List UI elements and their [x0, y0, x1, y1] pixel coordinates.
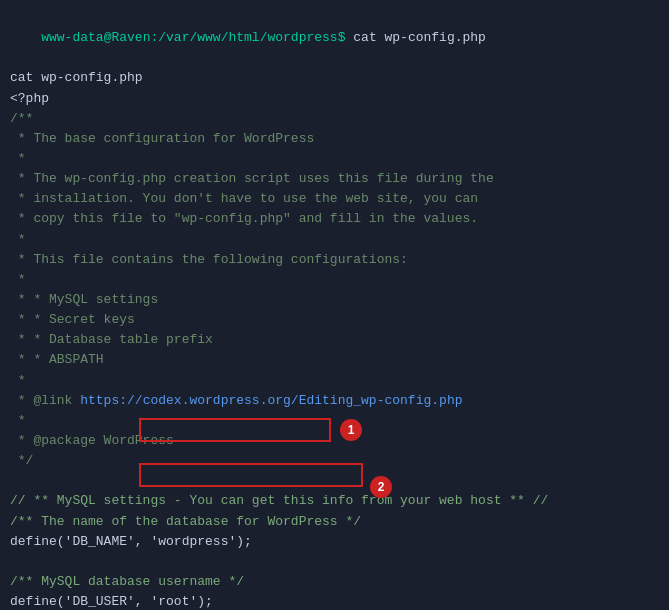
line-dbuser: define('DB_USER', 'root');	[10, 592, 659, 610]
line-c9: *	[10, 270, 659, 290]
line-c5: * installation. You don't have to use th…	[10, 189, 659, 209]
line-c13: * * ABSPATH	[10, 350, 659, 370]
badge-1: 1	[340, 419, 362, 441]
line-c7: *	[10, 230, 659, 250]
line-sc2: /** The name of the database for WordPre…	[10, 512, 659, 532]
terminal-window: www-data@Raven:/var/www/html/wordpress$ …	[0, 0, 669, 610]
line-empty1	[10, 471, 659, 491]
line-c16: *	[10, 411, 659, 431]
line-c10: * * MySQL settings	[10, 290, 659, 310]
badge-2: 2	[370, 476, 392, 498]
line-c11: * * Secret keys	[10, 310, 659, 330]
line-sc3: /** MySQL database username */	[10, 572, 659, 592]
command-text: cat wp-config.php	[353, 30, 486, 45]
line-c2: * The base configuration for WordPress	[10, 129, 659, 149]
line-empty2	[10, 552, 659, 572]
line-cmd: cat wp-config.php	[10, 68, 659, 88]
line-c17: * @package WordPress	[10, 431, 659, 451]
line-dbname: define('DB_NAME', 'wordpress');	[10, 532, 659, 552]
line-c15: * @link https://codex.wordpress.org/Edit…	[10, 391, 659, 411]
line-phptag: <?php	[10, 89, 659, 109]
line-c3: *	[10, 149, 659, 169]
line-c4: * The wp-config.php creation script uses…	[10, 169, 659, 189]
line-sc1: // ** MySQL settings - You can get this …	[10, 491, 659, 511]
line-c14: *	[10, 371, 659, 391]
line-c6: * copy this file to "wp-config.php" and …	[10, 209, 659, 229]
line-c8: * This file contains the following confi…	[10, 250, 659, 270]
line-c12: * * Database table prefix	[10, 330, 659, 350]
prompt-line: www-data@Raven:/var/www/html/wordpress$ …	[10, 8, 659, 68]
prompt-text: www-data@Raven:/var/www/html/wordpress$	[41, 30, 353, 45]
line-c1: /**	[10, 109, 659, 129]
line-c18: */	[10, 451, 659, 471]
